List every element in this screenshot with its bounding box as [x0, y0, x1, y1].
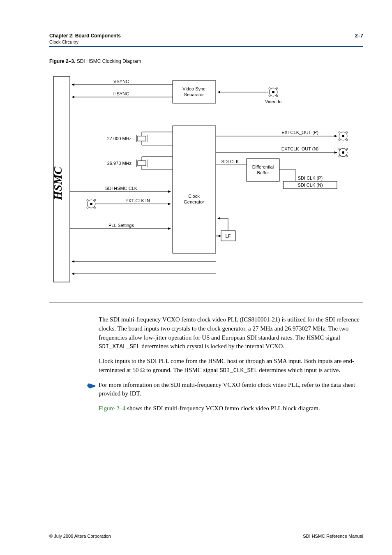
svg-point-29 — [94, 207, 96, 208]
sdi-hsmc-clk-label: SDI HSMC CLK — [105, 186, 138, 191]
svg-point-26 — [87, 199, 88, 201]
clock-generator-box — [173, 126, 216, 253]
svg-point-28 — [87, 207, 88, 208]
ext-clk-in-label: EXT CLK IN — [125, 198, 150, 203]
page-footer: © July 2009 Altera Corporation SDI HSMC … — [49, 534, 363, 539]
svg-point-4 — [269, 88, 270, 89]
ext-clk-in-connector-icon — [87, 199, 96, 208]
extclk-out-p-connector-icon — [339, 132, 348, 141]
svg-point-57 — [88, 384, 88, 385]
svg-point-6 — [269, 95, 270, 97]
svg-point-47 — [342, 151, 344, 154]
video-in-connector-icon — [269, 88, 278, 97]
figure-number: Figure 2–3. — [49, 58, 75, 64]
figure-2-4-link[interactable]: Figure 2–4 — [99, 405, 125, 412]
chapter-title: Chapter 2: Board Components — [49, 33, 121, 39]
sdi-clk-sel-code: SDI_CLK_SEL — [219, 367, 257, 374]
body-paragraph-1: The SDI multi-frequency VCXO femto clock… — [99, 315, 363, 351]
sdi-clk-n-label: SDI CLK (N) — [297, 183, 323, 187]
body-paragraph-2: Clock inputs to the SDI PLL come from th… — [99, 357, 363, 375]
sdi-xtal-sel-code: SDI_XTAL_SEL — [99, 343, 140, 350]
page-header: Chapter 2: Board Components Clock Circui… — [49, 33, 363, 47]
svg-point-5 — [276, 88, 278, 89]
footer-manual-title: SDI HSMC Reference Manual — [303, 534, 363, 539]
sdi-clk-label: SDI CLK — [221, 159, 239, 164]
extclk-out-n-label: EXTCLK_OUT (N) — [281, 146, 318, 151]
svg-point-42 — [346, 132, 348, 133]
footer-copyright: © July 2009 Altera Corporation — [49, 534, 111, 539]
hand-pointer-icon — [86, 382, 99, 391]
video-sync-separator-label-2: Separator — [184, 92, 204, 97]
extclk-out-p-label: EXTCLK_OUT (P) — [281, 130, 318, 135]
video-sync-separator-label-1: Video Sync — [182, 86, 205, 91]
svg-point-44 — [346, 139, 348, 141]
svg-point-50 — [339, 155, 340, 157]
svg-point-25 — [90, 203, 92, 205]
svg-point-48 — [339, 148, 340, 150]
crystal-26973mhz-label: 26.973 MHz — [107, 161, 132, 166]
svg-point-56 — [88, 383, 90, 384]
svg-point-40 — [342, 135, 344, 137]
svg-point-49 — [346, 148, 348, 150]
svg-point-43 — [339, 139, 340, 141]
extclk-out-n-connector-icon — [339, 148, 348, 157]
hsmc-block-label: HSMC — [51, 166, 64, 200]
svg-point-41 — [339, 132, 340, 133]
sdi-clk-p-label: SDI CLK (P) — [298, 176, 323, 180]
info-text: For more information on the SDI multi-fr… — [99, 381, 363, 399]
clock-generator-label-2: Generator — [184, 199, 204, 204]
pll-settings-label: PLL Settings — [108, 223, 134, 228]
svg-point-3 — [272, 91, 274, 93]
vsync-label: VSYNC — [113, 79, 129, 84]
hsync-label: HSYNC — [113, 91, 129, 96]
svg-rect-9 — [138, 136, 146, 141]
lf-label: LF — [226, 234, 231, 238]
figure-title: SDI HSMC Clocking Diagram — [77, 58, 141, 64]
svg-point-27 — [94, 199, 96, 201]
page-number: 2–7 — [355, 33, 363, 39]
body-paragraph-3: Figure 2–4 shows the SDI multi-frequency… — [99, 404, 363, 413]
video-in-label: Video In — [265, 99, 281, 104]
clocking-diagram: HSMC Video Sync Separator VSYNC HSYNC Vi… — [49, 72, 363, 303]
crystal-27mhz-label: 27.000 MHz — [107, 136, 132, 141]
svg-point-7 — [276, 95, 278, 97]
info-callout: For more information on the SDI multi-fr… — [86, 381, 363, 399]
clock-generator-label-1: Clock — [188, 194, 200, 199]
differential-buffer-label-1: Differential — [252, 164, 274, 169]
differential-buffer-label-2: Buffer — [257, 170, 269, 175]
svg-rect-16 — [138, 161, 146, 166]
svg-point-51 — [346, 155, 348, 157]
figure-caption: Figure 2–3. SDI HSMC Clocking Diagram — [49, 58, 363, 64]
section-title: Clock Circuitry — [49, 39, 121, 44]
